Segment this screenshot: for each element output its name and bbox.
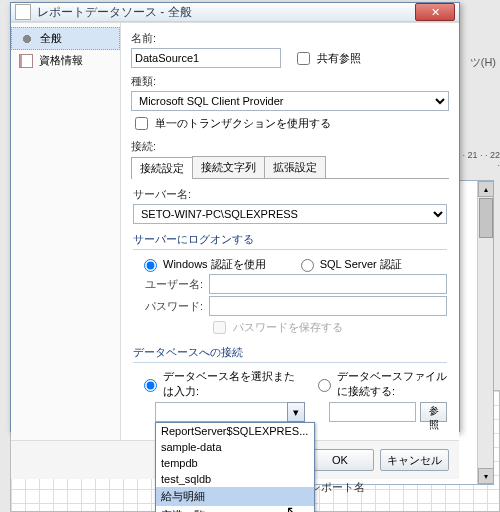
scroll-down-icon[interactable]: ▾	[478, 468, 494, 484]
dialog-title: レポートデータソース - 全般	[37, 4, 415, 21]
scroll-up-icon[interactable]: ▴	[478, 181, 494, 197]
db-combo-button[interactable]: ▾	[287, 402, 305, 422]
tree-item-label: レポート名	[310, 480, 365, 495]
db-group-label: データベースへの接続	[133, 345, 447, 363]
auth-sql-input[interactable]	[301, 259, 314, 272]
chevron-down-icon: ▾	[293, 406, 299, 419]
db-combo[interactable]: ▾	[155, 402, 305, 422]
save-pass-check	[213, 321, 226, 334]
db-file-radio[interactable]: データベースファイルに接続する:	[313, 369, 447, 399]
shared-ref-label: 共有参照	[317, 51, 361, 66]
type-select[interactable]: Microsoft SQL Client Provider	[131, 91, 449, 111]
type-label: 種類:	[131, 74, 449, 89]
auth-windows-radio[interactable]: Windows 認証を使用	[139, 256, 266, 272]
titlebar[interactable]: レポートデータソース - 全般 ✕	[11, 3, 459, 22]
logon-group-label: サーバーにログオンする	[133, 232, 447, 250]
db-select-label: データベース名を選択または入力:	[163, 369, 305, 399]
db-option[interactable]: 空港一覧	[156, 506, 314, 512]
auth-windows-input[interactable]	[144, 259, 157, 272]
conn-tabs: 接続設定 接続文字列 拡張設定	[131, 156, 449, 179]
db-select-radio[interactable]: データベース名を選択または入力:	[139, 369, 305, 399]
nav-item-general[interactable]: 全般	[11, 27, 120, 50]
db-option[interactable]: test_sqldb	[156, 471, 314, 487]
nav-item-credentials[interactable]: 資格情報	[11, 50, 120, 71]
tree-scrollbar[interactable]: ▴ ▾	[477, 181, 493, 484]
name-input[interactable]	[131, 48, 281, 68]
nav-sidebar: 全般 資格情報	[11, 23, 121, 440]
app-icon	[15, 4, 31, 20]
nav-item-label: 全般	[40, 31, 62, 46]
conn-label: 接続:	[131, 139, 449, 154]
shared-ref-check[interactable]	[297, 52, 310, 65]
tab-conn-string[interactable]: 接続文字列	[192, 156, 265, 178]
db-file-label: データベースファイルに接続する:	[337, 369, 447, 399]
db-option[interactable]: ReportServer$SQLEXPRES...	[156, 423, 314, 439]
save-pass-label: パスワードを保存する	[233, 320, 343, 335]
db-option[interactable]: tempdb	[156, 455, 314, 471]
pass-label: パスワード:	[143, 299, 203, 314]
close-icon: ✕	[431, 6, 440, 19]
ruler-text: · 21 · · 22 ·	[460, 150, 500, 170]
cancel-button[interactable]: キャンセル	[380, 449, 449, 471]
auth-sql-label: SQL Server 認証	[320, 257, 402, 272]
shared-ref-checkbox[interactable]: 共有参照	[293, 49, 361, 68]
tab-advanced[interactable]: 拡張設定	[264, 156, 326, 178]
form-area: 名前: 共有参照 種類: Microsoft SQL Client Provid…	[121, 23, 459, 440]
db-file-path-input	[329, 402, 416, 422]
user-label: ユーザー名:	[143, 277, 203, 292]
server-select[interactable]: SETO-WIN7-PC\SQLEXPRESS	[133, 204, 447, 224]
auth-windows-label: Windows 認証を使用	[163, 257, 266, 272]
pass-input	[209, 296, 447, 316]
db-dropdown[interactable]: ReportServer$SQLEXPRES... sample-data te…	[155, 422, 315, 512]
db-file-input[interactable]	[318, 379, 331, 392]
single-tx-label: 単一のトランザクションを使用する	[155, 116, 331, 131]
server-label: サーバー名:	[133, 187, 447, 202]
scroll-thumb[interactable]	[479, 198, 493, 238]
db-option[interactable]: sample-data	[156, 439, 314, 455]
document-icon	[19, 54, 33, 68]
ok-button[interactable]: OK	[306, 449, 374, 471]
auth-sql-radio[interactable]: SQL Server 認証	[296, 256, 402, 272]
gear-icon	[20, 32, 34, 46]
db-combo-input[interactable]	[155, 402, 287, 422]
single-tx-checkbox[interactable]: 単一のトランザクションを使用する	[131, 114, 449, 133]
menu-hint[interactable]: ツ(H)	[470, 55, 496, 70]
save-pass-checkbox: パスワードを保存する	[209, 318, 343, 337]
user-input	[209, 274, 447, 294]
tab-conn-settings[interactable]: 接続設定	[131, 157, 193, 179]
db-select-input[interactable]	[144, 379, 157, 392]
single-tx-check[interactable]	[135, 117, 148, 130]
browse-button[interactable]: 参照	[420, 402, 447, 422]
datasource-dialog: レポートデータソース - 全般 ✕ 全般 資格情報 名前: 共有参照 種類: M…	[10, 2, 460, 432]
close-button[interactable]: ✕	[415, 3, 455, 21]
nav-item-label: 資格情報	[39, 53, 83, 68]
db-option[interactable]: 給与明細	[156, 487, 314, 506]
name-label: 名前:	[131, 31, 449, 46]
